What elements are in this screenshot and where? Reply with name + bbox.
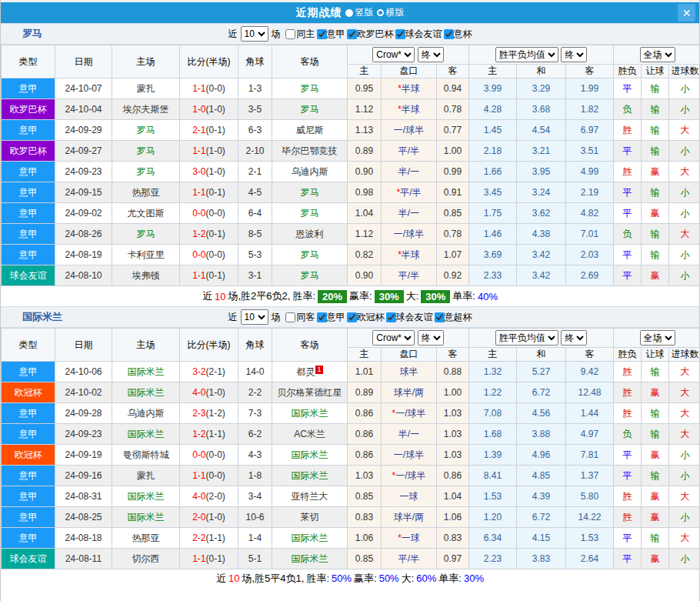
handicap-cell: 一/球半	[382, 445, 437, 466]
home-team-cell: 蒙扎	[112, 78, 180, 99]
league-checkbox[interactable]	[347, 312, 357, 322]
league-cell: 球会友谊	[2, 549, 55, 569]
score-halftime: (2-0)	[206, 491, 225, 502]
matches-table: 类型 日期 主场 比分(半场) 角球 客场 Crow* 终 胜平负均值 终	[1, 45, 700, 286]
league-label: 球会友谊	[405, 28, 442, 41]
handicap-text: 平/半	[398, 553, 419, 564]
avg-home-cell: 7.08	[469, 403, 517, 424]
league-cell: 意甲	[2, 78, 55, 99]
avg-draw-cell: 4.54	[517, 120, 566, 141]
odds-company-select[interactable]: Crow*	[372, 47, 415, 62]
home-team-cell: 卡利亚里	[112, 245, 180, 265]
away-team-cell: AC米兰	[272, 424, 348, 445]
layout-radio-vertical[interactable]: 竖版	[345, 6, 374, 19]
same-venue-checkbox[interactable]	[285, 312, 295, 322]
score-fulltime: 1-1	[192, 553, 205, 564]
home-team-cell: 蒙扎	[112, 466, 180, 486]
same-venue-checkbox[interactable]	[285, 29, 295, 39]
date-cell: 24-10-06	[55, 362, 112, 382]
score-cell: 0-0(0-0)	[180, 203, 238, 224]
avg-select[interactable]: 胜平负均值	[495, 47, 558, 62]
corner-cell: 6-2	[238, 424, 272, 445]
corner-cell: 6-3	[238, 120, 272, 141]
avg-away-cell: 1.37	[566, 466, 614, 486]
layout-radio-horizontal[interactable]: 横版	[377, 6, 405, 19]
avg-away-cell: 3.51	[566, 141, 614, 162]
odds-away-cell: 0.99	[437, 162, 469, 182]
league-checkbox[interactable]	[395, 29, 405, 39]
recent-count-select[interactable]: 10	[241, 309, 268, 325]
league-checkbox[interactable]	[386, 312, 396, 322]
avg-select[interactable]: 胜平负均值	[495, 330, 558, 346]
handicap-cell: *半球	[382, 99, 437, 120]
score-fulltime: 0-0	[192, 449, 205, 460]
same-venue-label: 同客	[297, 311, 315, 324]
col-type: 类型	[2, 329, 55, 362]
corner-cell: 4-5	[238, 182, 272, 203]
score-fulltime: 1-1	[192, 470, 205, 481]
league-cell: 意甲	[2, 362, 55, 382]
home-team-cell: 切尔西	[112, 549, 180, 569]
odds-time-select[interactable]: 终	[418, 47, 444, 62]
corner-cell: 8-5	[238, 224, 272, 245]
section-header: 罗马 近 10 场 同主 意甲 欧罗巴杯 球会友谊	[1, 23, 699, 45]
scope-select[interactable]: 全场	[640, 47, 675, 62]
handicap-cell: 半/一	[382, 424, 437, 445]
avg-time-select[interactable]: 终	[561, 330, 587, 346]
summary-line: 近10场,胜2平6负2, 胜率:20%赢率:30%大:30%单率:40%	[1, 286, 699, 306]
col-score: 比分(半场)	[180, 45, 238, 78]
recent-count-select[interactable]: 10	[241, 26, 268, 42]
league-checkbox[interactable]	[347, 29, 357, 39]
scope-header: 全场	[614, 329, 700, 348]
league-checkbox[interactable]	[444, 29, 454, 39]
odds-company-header: Crow* 终	[348, 45, 469, 65]
section-roma: 罗马 近 10 场 同主 意甲 欧罗巴杯 球会友谊	[1, 23, 699, 306]
corner-cell: 7-3	[238, 403, 272, 424]
goals-cell: 大	[669, 486, 700, 507]
avg-draw-cell: 3.29	[517, 78, 566, 99]
handicap-cell: 一球	[382, 486, 437, 507]
avg-time-select[interactable]: 终	[561, 47, 587, 62]
col-score: 比分(半场)	[180, 329, 238, 362]
odds-company-select[interactable]: Crow*	[372, 330, 415, 346]
avg-home-cell: 1.66	[469, 162, 517, 182]
league-checkbox[interactable]	[317, 312, 327, 322]
league-filter: 意杯	[444, 28, 472, 41]
summary-item-label: 单率:	[438, 572, 462, 586]
odds-away-cell: 1.03	[437, 445, 469, 466]
avg-draw-cell: 3.83	[517, 549, 566, 569]
titlebar-center: 近期战绩 竖版 横版	[296, 6, 405, 20]
date-cell: 24-09-23	[55, 162, 112, 182]
league-checkbox[interactable]	[435, 312, 445, 322]
avg-away-cell: 6.97	[566, 120, 614, 141]
away-team-cell: 恩波利	[272, 224, 348, 245]
goals-cell: 大	[669, 382, 700, 403]
match-row: 意甲24-09-29罗马2-1(0-1)6-3威尼斯1.13一/球半0.771.…	[2, 120, 700, 141]
handicap-cell: *一/球半	[382, 403, 437, 424]
result-cell: 平	[614, 141, 642, 162]
score-halftime: (1-0)	[206, 512, 225, 523]
league-checkbox[interactable]	[317, 29, 327, 39]
date-cell: 24-10-02	[55, 382, 112, 403]
league-cell: 意甲	[2, 486, 55, 507]
score-halftime: (0-0)	[206, 249, 225, 260]
score-cell: 3-0(1-0)	[180, 162, 238, 182]
odds-home-cell: 0.86	[348, 424, 382, 445]
handicap-cell: *一球	[382, 528, 437, 549]
scope-select[interactable]: 全场	[640, 330, 675, 346]
date-cell: 24-08-25	[55, 507, 112, 528]
odds-time-select[interactable]: 终	[418, 330, 444, 346]
handicap-text: 球半/两	[394, 512, 424, 523]
goals-cell: 小	[669, 141, 700, 162]
close-icon[interactable]: ✕	[678, 4, 695, 22]
league-cell: 欧冠杯	[2, 445, 55, 466]
corner-cell: 2-10	[238, 141, 272, 162]
league-label: 意超杯	[445, 311, 472, 324]
match-row: 意甲24-08-18热那亚2-2(1-1)1-4国际米兰1.06*一球0.836…	[2, 528, 700, 549]
result-cell: 平	[614, 78, 642, 99]
matches-table: 类型 日期 主场 比分(半场) 角球 客场 Crow* 终 胜平负均值 终	[1, 328, 700, 569]
avg-draw-cell: 4.38	[517, 224, 566, 245]
avg-home-cell: 3.69	[469, 245, 517, 265]
odds-away-cell: 0.86	[437, 466, 469, 486]
away-team-name: 国际米兰	[292, 449, 328, 460]
